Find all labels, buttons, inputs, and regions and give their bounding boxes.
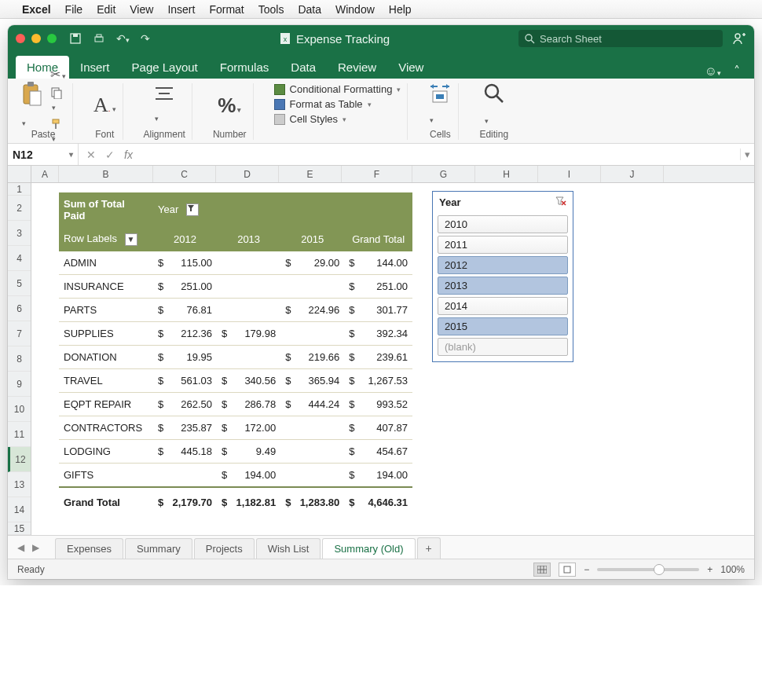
pivot-cell[interactable]: 262.50 <box>153 392 217 416</box>
pivot-cell[interactable] <box>217 251 280 275</box>
font-icon[interactable]: A. <box>93 93 116 117</box>
pivot-cell[interactable]: 454.67 <box>344 439 412 463</box>
pivot-cell[interactable] <box>153 463 217 487</box>
tab-data[interactable]: Data <box>280 56 327 79</box>
col-header-i[interactable]: I <box>538 166 601 182</box>
pivot-cell[interactable]: 392.34 <box>344 321 412 345</box>
pivot-row-label[interactable]: PARTS <box>59 298 153 321</box>
zoom-in-button[interactable]: + <box>707 564 713 575</box>
pivot-cell[interactable]: 286.78 <box>217 392 280 416</box>
menu-edit[interactable]: Edit <box>97 3 115 16</box>
col-header-d[interactable]: D <box>216 166 279 182</box>
pivot-cell[interactable]: 219.66 <box>280 345 344 368</box>
zoom-window-button[interactable] <box>47 34 57 43</box>
add-sheet-button[interactable]: + <box>417 537 441 559</box>
pivot-cell[interactable] <box>280 274 344 298</box>
pivot-cell[interactable]: 115.00 <box>153 251 217 275</box>
slicer-item[interactable]: 2014 <box>438 297 568 315</box>
menu-insert[interactable]: Insert <box>167 3 195 16</box>
sheet-tab-summary-old[interactable]: Summary (Old) <box>322 538 415 559</box>
zoom-level[interactable]: 100% <box>720 564 745 575</box>
pivot-row-label[interactable]: CONTRACTORS <box>59 416 153 439</box>
pivot-cell[interactable]: 29.00 <box>280 251 344 275</box>
pivot-row-label[interactable]: TRAVEL <box>59 368 153 392</box>
pivot-cell[interactable] <box>217 298 280 321</box>
zoom-slider[interactable] <box>597 568 699 571</box>
pivot-cell[interactable]: 251.00 <box>344 274 412 298</box>
expand-formula-bar-icon[interactable]: ▾ <box>740 148 754 160</box>
row-headers[interactable]: 1 2 3 4 5 6 7 8 9 10 11 12 13 14 15 <box>8 183 31 535</box>
cells-icon[interactable] <box>428 83 452 128</box>
emoji-icon[interactable]: ☺▾ <box>698 64 727 79</box>
row-header[interactable]: 9 <box>8 372 31 397</box>
undo-icon[interactable]: ↶▾ <box>116 32 130 45</box>
pivot-cell[interactable]: 194.00 <box>344 463 412 487</box>
pivot-cell[interactable]: 444.24 <box>280 392 344 416</box>
zoom-slider-knob[interactable] <box>654 564 665 575</box>
normal-view-icon[interactable] <box>533 563 551 577</box>
slicer-item[interactable]: (blank) <box>438 338 568 356</box>
menu-view[interactable]: View <box>130 3 153 16</box>
pivot-row-label[interactable]: SUPPLIES <box>59 321 153 345</box>
app-name[interactable]: Excel <box>22 3 51 16</box>
pivot-row-label[interactable]: EQPT REPAIR <box>59 392 153 416</box>
pivot-cell[interactable]: 235.87 <box>153 416 217 439</box>
alignment-icon[interactable] <box>153 85 175 126</box>
pivot-row-label[interactable]: GIFTS <box>59 463 153 487</box>
row-header[interactable]: 7 <box>8 321 31 346</box>
pivot-cell[interactable]: 251.00 <box>153 274 217 298</box>
pivot-cell[interactable]: 445.18 <box>153 439 217 463</box>
worksheet-grid[interactable]: A B C D E F G H I J 1 2 3 4 5 6 7 8 9 10… <box>8 166 754 535</box>
pivot-cell[interactable] <box>217 274 280 298</box>
pivot-cell[interactable]: 9.49 <box>217 439 280 463</box>
pivot-cell[interactable] <box>280 416 344 439</box>
row-header[interactable]: 10 <box>8 397 31 422</box>
slicer-item[interactable]: 2015 <box>438 317 568 335</box>
name-box[interactable]: N12▾ <box>8 144 79 165</box>
pivot-row-label[interactable]: DONATION <box>59 345 153 368</box>
pivot-cell[interactable]: 212.36 <box>153 321 217 345</box>
pivot-row-label[interactable]: ADMIN <box>59 251 153 275</box>
row-header[interactable]: 11 <box>8 422 31 447</box>
pivot-cell[interactable]: 179.98 <box>217 321 280 345</box>
tab-formulas[interactable]: Formulas <box>209 56 280 79</box>
collapse-ribbon-icon[interactable]: ˄ <box>727 64 746 79</box>
formula-input[interactable] <box>145 144 740 165</box>
cell-styles-button[interactable]: Cell Styles▾ <box>274 113 401 125</box>
row-header[interactable]: 5 <box>8 271 31 296</box>
tab-insert[interactable]: Insert <box>69 56 121 79</box>
pivot-cell[interactable]: 993.52 <box>344 392 412 416</box>
row-header[interactable]: 14 <box>8 497 31 522</box>
sheet-tab-summary[interactable]: Summary <box>125 538 192 559</box>
pivot-row-label[interactable]: LODGING <box>59 439 153 463</box>
search-sheet-box[interactable]: Search Sheet <box>518 30 723 47</box>
col-header-f[interactable]: F <box>342 166 412 182</box>
pivot-cell[interactable]: 76.81 <box>153 298 217 321</box>
menu-help[interactable]: Help <box>389 3 412 16</box>
pivot-cell[interactable]: 365.94 <box>280 368 344 392</box>
pivot-table[interactable]: Sum of Total Paid Year Row Labels ▼ 2012… <box>59 192 412 514</box>
conditional-formatting-button[interactable]: Conditional Formatting▾ <box>274 83 401 95</box>
pivot-cell[interactable]: 19.95 <box>153 345 217 368</box>
row-header[interactable]: 4 <box>8 246 31 271</box>
zoom-out-button[interactable]: − <box>584 564 589 575</box>
column-headers[interactable]: A B C D E F G H I J <box>31 166 754 183</box>
sheet-tab-wish-list[interactable]: Wish List <box>256 538 321 559</box>
row-header[interactable]: 8 <box>8 346 31 372</box>
slicer-item[interactable]: 2012 <box>438 256 568 274</box>
row-header[interactable]: 1 <box>8 183 31 196</box>
slicer-item[interactable]: 2010 <box>438 215 568 233</box>
pivot-col-year[interactable]: 2012 <box>153 227 217 251</box>
pivot-col-year[interactable]: 2013 <box>217 227 280 251</box>
year-slicer[interactable]: Year 201020112012201320142015(blank) <box>432 191 573 362</box>
pivot-cell[interactable]: 144.00 <box>344 251 412 275</box>
enter-formula-icon[interactable]: ✓ <box>105 148 115 161</box>
pivot-cell[interactable] <box>280 321 344 345</box>
row-header[interactable]: 13 <box>8 472 31 497</box>
pivot-cell[interactable]: 340.56 <box>217 368 280 392</box>
col-header-j[interactable]: J <box>601 166 664 182</box>
row-header[interactable]: 6 <box>8 296 31 321</box>
col-header-b[interactable]: B <box>59 166 153 182</box>
slicer-item[interactable]: 2011 <box>438 236 568 254</box>
row-header[interactable]: 3 <box>8 221 31 246</box>
